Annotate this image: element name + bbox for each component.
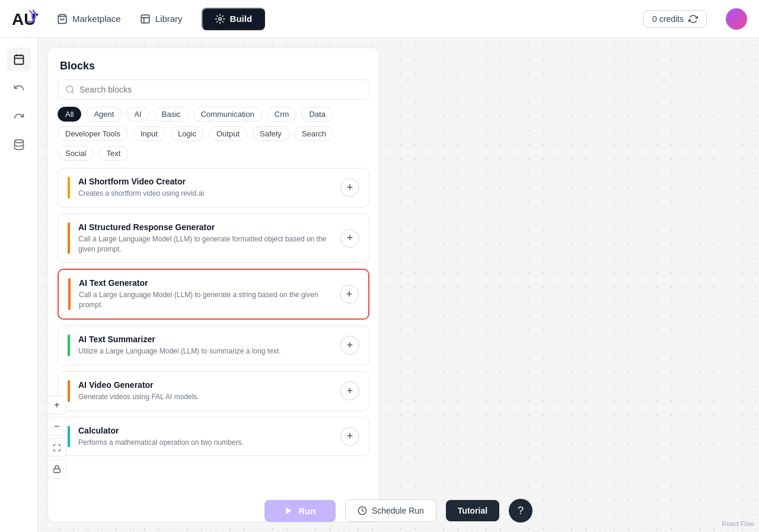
filter-tag-safety[interactable]: Safety [252,126,289,141]
canvas-area[interactable]: Blocks AllAgentAIBasicCommunicationCrmDa… [38,38,759,532]
add-block-button[interactable]: + [340,229,359,248]
block-item[interactable]: AI Text Generator Call a Large Language … [58,269,369,320]
block-accent [68,222,70,254]
block-accent [68,177,70,199]
search-box[interactable] [58,79,369,100]
schedule-button[interactable]: Schedule Run [345,499,436,522]
help-button[interactable]: ? [509,499,532,523]
filter-tags: AllAgentAIBasicCommunicationCrmDataDevel… [48,107,379,168]
block-item[interactable]: Calculator Performs a mathematical opera… [58,417,369,457]
block-description: Creates a shortform video using revid.ai [78,189,333,199]
block-description: Generate videos using FAL AI models. [78,392,333,402]
filter-tag-data[interactable]: Data [301,107,333,122]
svg-rect-11 [54,469,60,472]
filter-tag-input[interactable]: Input [133,126,165,141]
topnav: AUTO Marketplace Library Build 0 credits [0,0,759,38]
lock-icon [53,465,61,473]
sidebar-redo-btn[interactable] [7,104,31,128]
blocks-panel: Blocks AllAgentAIBasicCommunicationCrmDa… [47,47,380,523]
redo-icon [13,110,25,122]
block-title: Calculator [78,426,333,435]
add-block-button[interactable]: + [340,381,359,400]
react-flow-label: React Flow [722,520,754,527]
icon-sidebar [0,38,38,532]
search-input[interactable] [79,85,362,94]
block-content: AI Text Summarizer Utilize a Large Langu… [78,335,333,356]
block-accent [68,335,70,356]
library-link[interactable]: Library [140,14,183,24]
marketplace-label: Marketplace [72,14,121,24]
block-accent [68,278,71,310]
block-content: AI Text Generator Call a Large Language … [79,278,333,310]
block-list: AI Shortform Video Creator Creates a sho… [48,168,379,522]
undo-icon [13,82,25,94]
zoom-controls: + − [47,396,66,479]
filter-tag-crm[interactable]: Crm [267,107,297,122]
search-icon [65,85,75,94]
main-layout: Blocks AllAgentAIBasicCommunicationCrmDa… [0,38,759,532]
block-accent [68,380,70,402]
svg-rect-2 [141,15,149,23]
sidebar-calendar-btn[interactable] [7,47,31,71]
credits-button[interactable]: 0 credits [643,10,707,28]
avatar[interactable] [726,8,747,30]
svg-line-10 [72,91,74,93]
run-label: Run [298,506,315,516]
marketplace-link[interactable]: Marketplace [57,14,121,24]
sidebar-undo-btn[interactable] [7,76,31,100]
sidebar-database-btn[interactable] [7,133,31,157]
filter-tag-all[interactable]: All [58,107,81,122]
block-title: AI Text Generator [79,278,333,288]
refresh-icon [688,14,698,24]
block-description: Call a Large Language Model (LLM) to gen… [78,234,333,254]
add-block-button[interactable]: + [340,285,359,304]
filter-tag-text[interactable]: Text [98,146,128,161]
filter-tag-output[interactable]: Output [209,126,247,141]
build-button[interactable]: Build [202,8,266,30]
build-icon [215,14,225,24]
add-block-button[interactable]: + [340,336,359,355]
fit-btn[interactable] [47,438,66,457]
tutorial-button[interactable]: Tutorial [446,500,499,521]
filter-tag-developer-tools[interactable]: Developer Tools [58,126,128,141]
svg-marker-12 [286,507,292,514]
clock-icon [358,506,367,515]
filter-tag-ai[interactable]: AI [126,107,149,122]
block-item[interactable]: AI Video Generator Generate videos using… [58,371,369,411]
add-block-button[interactable]: + [340,178,359,197]
play-icon [284,506,294,515]
svg-rect-4 [14,55,23,64]
library-icon [140,14,151,24]
filter-tag-social[interactable]: Social [58,146,94,161]
filter-tag-communication[interactable]: Communication [193,107,262,122]
credits-label: 0 credits [652,14,684,24]
fit-icon [53,444,61,452]
calendar-icon [13,53,25,65]
block-item[interactable]: AI Structured Response Generator Call a … [58,214,369,263]
filter-tag-agent[interactable]: Agent [86,107,122,122]
svg-point-3 [218,17,221,20]
block-item[interactable]: AI Text Summarizer Utilize a Large Langu… [58,326,369,365]
filter-tag-search[interactable]: Search [294,126,334,141]
block-title: AI Shortform Video Creator [78,177,333,186]
library-label: Library [155,14,183,24]
run-button[interactable]: Run [264,500,336,522]
block-title: AI Video Generator [78,380,333,390]
add-block-button[interactable]: + [340,427,359,446]
filter-tag-logic[interactable]: Logic [170,126,204,141]
schedule-label: Schedule Run [372,506,424,515]
zoom-in-btn[interactable]: + [47,396,66,415]
logo[interactable]: AUTO [12,6,38,32]
block-title: AI Text Summarizer [78,335,333,344]
block-content: AI Video Generator Generate videos using… [78,380,333,402]
block-description: Performs a mathematical operation on two… [78,438,333,448]
blocks-panel-title: Blocks [48,48,379,79]
zoom-out-btn[interactable]: − [47,417,66,436]
block-accent [68,426,70,448]
svg-point-9 [66,86,73,93]
filter-tag-basic[interactable]: Basic [154,107,189,122]
block-content: AI Shortform Video Creator Creates a sho… [78,177,333,199]
lock-btn[interactable] [47,460,66,479]
block-item[interactable]: AI Shortform Video Creator Creates a sho… [58,168,369,208]
block-content: AI Structured Response Generator Call a … [78,222,333,254]
